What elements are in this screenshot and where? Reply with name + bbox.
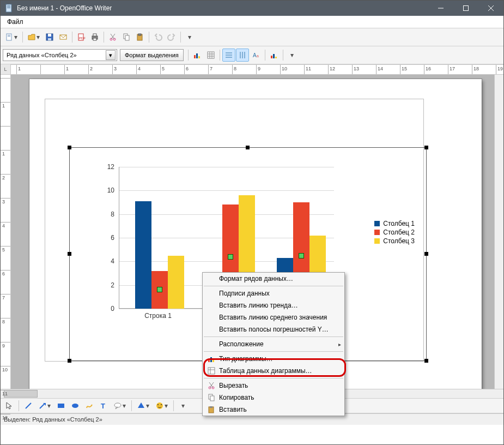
save-button[interactable] [43,31,56,44]
ruler-corner: L [1,64,11,74]
chart-toolbar-overflow-button[interactable]: ▾ [286,49,299,62]
drawbar-overflow-button[interactable]: ▾ [177,399,190,412]
svg-rect-3 [7,8,10,8]
symbol-shapes-button[interactable]: ▾ [153,399,171,412]
maximize-button[interactable] [453,1,478,16]
chart-legend[interactable]: Столбец 1 Столбец 2 Столбец 3 [374,219,415,246]
svg-rect-2 [7,7,10,7]
svg-rect-58 [210,396,214,401]
axis-labels-button[interactable]: Aa [250,49,263,62]
svg-rect-28 [194,55,196,58]
svg-rect-47 [208,359,210,362]
cut-button[interactable] [106,31,119,44]
vertical-ruler[interactable]: 1123456789101112 [1,75,11,389]
freeform-tool-button[interactable] [83,399,96,412]
vertical-scrollbar[interactable] [494,75,503,389]
legend-swatch-icon [374,230,380,235]
app-window: Без имени 1 - OpenOffice Writer Файл ▾ ▾… [0,0,504,445]
svg-text:A: A [253,52,257,58]
rectangle-tool-button[interactable] [54,399,68,412]
svg-text:T: T [101,402,105,410]
cut-icon [206,381,217,390]
svg-rect-19 [93,38,96,40]
menu-copy[interactable]: Копировать [203,392,344,404]
menu-insert-trend-line[interactable]: Вставить линию тренда… [203,299,344,311]
menubar: Файл [1,16,503,28]
svg-point-67 [156,402,163,409]
svg-rect-25 [125,35,129,40]
paste-button[interactable] [133,31,147,44]
svg-rect-18 [93,34,96,36]
horizontal-ruler[interactable]: 112345678910111213141516171819 [11,64,503,74]
chart-toolbar: Ряд данных «Столбец 2» ▾ Формат выделени… [1,46,503,64]
email-button[interactable] [57,31,70,44]
menu-paste[interactable]: Вставить [203,404,344,416]
svg-line-62 [40,404,44,408]
legend-item: Столбец 2 [374,228,415,236]
legend-button[interactable] [268,49,281,62]
callout-tool-button[interactable]: ▾ [111,399,129,412]
legend-item: Столбец 1 [374,220,415,227]
svg-rect-45 [273,54,275,58]
main-toolbar: ▾ ▾ PDF ▾ [1,28,503,46]
combo-dropdown-button[interactable]: ▾ [106,50,116,60]
status-text: Выделен: Ряд данных «Столбец 2» [4,416,102,423]
context-menu: Формат рядов данных… Подписи данных Вста… [202,272,345,416]
menu-cut[interactable]: Вырезать [203,380,344,392]
menu-format-data-series[interactable]: Формат рядов данных… [203,273,344,285]
arrow-tool-button[interactable]: ▾ [36,399,53,412]
svg-rect-12 [48,34,51,37]
svg-rect-60 [210,406,212,408]
redo-button[interactable] [165,31,178,44]
print-button[interactable] [88,31,101,44]
svg-rect-31 [208,52,214,58]
copy-icon [206,393,217,402]
text-tool-button[interactable]: T [97,399,110,412]
svg-rect-48 [210,357,212,362]
menu-insert-error-bars[interactable]: Вставить полосы погрешностей Y… [203,323,344,335]
toolbar-overflow-button[interactable]: ▾ [183,31,196,44]
svg-rect-29 [196,53,198,58]
open-button[interactable]: ▾ [25,31,42,44]
ellipse-tool-button[interactable] [69,399,82,412]
close-button[interactable] [478,1,503,16]
svg-rect-50 [208,368,215,374]
window-title: Без имени 1 - OpenOffice Writer [17,4,428,12]
scrollbar-thumb[interactable] [4,390,38,398]
menu-insert-mean-line[interactable]: Вставить линию среднего значения [203,311,344,323]
vertical-grid-button[interactable] [236,49,249,62]
chart-bar[interactable] [168,256,184,309]
select-tool-button[interactable] [3,399,16,412]
svg-point-64 [72,404,78,408]
menu-chart-type[interactable]: Тип диаграммы… [203,353,344,365]
svg-point-68 [157,404,159,405]
svg-rect-44 [271,56,272,58]
horizontal-grid-button[interactable] [222,49,235,62]
svg-line-61 [26,403,31,408]
app-icon [5,4,14,13]
paste-icon [206,405,217,414]
svg-rect-46 [275,57,277,58]
export-pdf-button[interactable]: PDF [75,31,88,44]
minimize-button[interactable] [428,1,453,16]
copy-button[interactable] [120,31,133,44]
svg-point-69 [161,404,162,405]
new-document-button[interactable]: ▾ [3,31,20,44]
menu-data-labels[interactable]: Подписи данных [203,287,344,299]
menu-arrangement[interactable]: Расположение [203,338,344,350]
chart-type-button[interactable] [191,49,204,62]
menu-file[interactable]: Файл [3,17,28,27]
undo-button[interactable] [151,31,165,44]
data-table-button[interactable] [204,49,217,62]
data-table-icon [206,366,217,375]
line-tool-button[interactable] [22,399,35,412]
format-selection-button[interactable]: Формат выделения [120,49,184,61]
menu-chart-data-table[interactable]: Таблица данных диаграммы… [203,365,344,377]
element-selector-combo[interactable]: Ряд данных «Столбец 2» ▾ [3,49,117,61]
chart-bar[interactable] [135,201,151,309]
combo-value: Ряд данных «Столбец 2» [7,52,77,58]
chart-type-icon [206,354,217,363]
svg-rect-49 [212,360,214,362]
basic-shapes-button[interactable]: ▾ [135,399,152,412]
svg-rect-13 [48,38,51,40]
